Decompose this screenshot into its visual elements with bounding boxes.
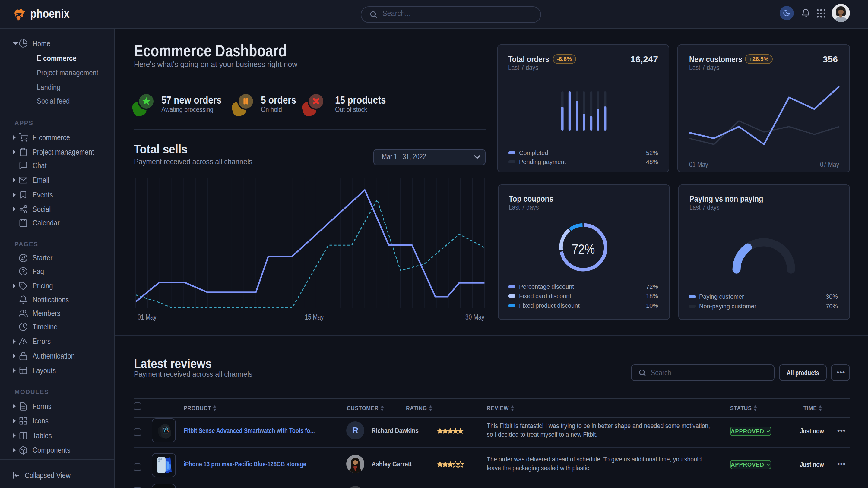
svg-text:R: R (352, 426, 359, 435)
